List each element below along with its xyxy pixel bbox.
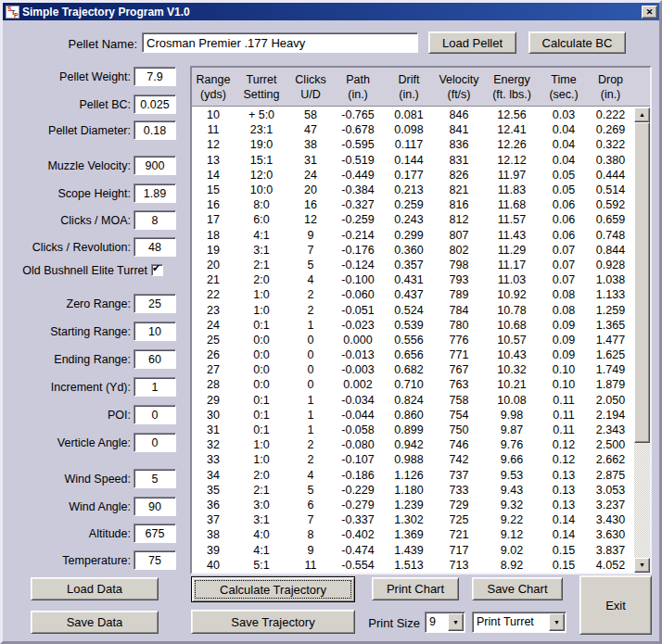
table-cell: 4 [288,469,333,482]
table-cell: 831 [435,154,483,167]
table-row[interactable]: 202:15-0.1240.35779811.170.070.928 [192,258,634,272]
poi-input[interactable] [134,405,176,424]
table-cell: -0.384 [333,183,383,196]
table-cell: 1.126 [383,469,435,482]
table-cell: 12.56 [483,108,541,121]
table-cell: 0.899 [383,423,435,436]
trajectory-table-body[interactable]: 10+ 5:058-0.7650.08184612.560.030.222112… [192,107,634,573]
pellet-bc-input[interactable] [134,95,176,114]
table-row[interactable]: 342:04-0.1861.1267379.530.132.875 [192,468,634,483]
table-row[interactable]: 193:17-0.1760.36080211.290.070.844 [192,243,634,258]
table-row[interactable]: 221:02-0.0600.43778910.920.081.133 [192,287,634,302]
load-pellet-button[interactable]: Load Pellet [428,32,516,54]
table-row[interactable]: 331:02-0.1070.9887429.660.122.662 [192,452,634,467]
table-row[interactable]: 363:06-0.2791.2397299.320.133.237 [192,498,634,512]
scrollbar-thumb[interactable] [634,122,650,443]
exit-button[interactable]: Exit [579,575,652,635]
zero-range-input[interactable] [134,294,176,313]
table-row[interactable]: 384:08-0.4021.3697219.120.143.630 [192,527,634,542]
table-row[interactable]: 212:04-0.1000.43179311.030.071.038 [192,272,634,287]
pellet-name-input[interactable] [142,32,418,53]
column-header: Path(in.) [333,68,383,106]
scroll-up-button[interactable]: ▲ [634,107,650,122]
starting-range-input[interactable] [134,322,176,341]
table-row[interactable]: 290:11-0.0340.82475810.080.112.050 [192,393,634,408]
table-cell: -0.176 [333,244,383,257]
table-cell: 11 [192,123,235,136]
clicks-per-moa-input[interactable] [134,210,176,230]
table-row[interactable]: 270:00-0.0030.68276710.320.101.749 [192,362,634,377]
table-row[interactable]: 405:111-0.5541.5137138.920.154.052 [192,558,634,573]
wind-angle-input[interactable] [134,497,176,516]
table-cell: 0.14 [541,528,587,541]
table-cell: 2.500 [587,438,634,451]
table-cell: 10 [192,108,235,121]
scroll-down-button[interactable]: ▼ [634,558,650,573]
altitude-input[interactable] [134,524,176,543]
table-cell: 0.06 [541,213,587,226]
pellet-bc-label: Pellet BC: [79,98,131,111]
table-cell: 771 [435,348,483,361]
print-chart-button[interactable]: Print Chart [372,577,459,600]
table-row[interactable]: 373:17-0.3371.3027259.220.143.430 [192,512,634,527]
table-row[interactable]: 260:00-0.0130.65677110.430.091.625 [192,347,634,362]
table-row[interactable]: 1315:131-0.5190.14483112.120.040.380 [192,153,634,168]
save-chart-button[interactable]: Save Chart [472,577,563,600]
table-cell: 14 [192,169,235,182]
table-row[interactable]: 250:000.0000.55677610.570.091.477 [192,333,634,347]
table-cell: 0:0 [235,334,288,347]
table-row[interactable]: 184:19-0.2140.29980711.430.060.748 [192,228,634,243]
load-data-button[interactable]: Load Data [31,577,159,600]
table-row[interactable]: 352:15-0.2291.1807339.430.133.053 [192,483,634,498]
table-cell: 836 [435,138,483,151]
pellet-weight-input[interactable] [134,67,176,86]
verticle-angle-input[interactable] [134,433,176,452]
ending-range-input[interactable] [134,349,176,369]
table-cell: 30 [192,409,235,422]
table-scrollbar[interactable]: ▲ ▼ [634,107,650,573]
table-cell: 11.68 [483,198,541,211]
table-cell: 3:1 [235,513,288,526]
save-data-button[interactable]: Save Data [31,611,159,634]
table-cell: 15 [192,183,235,196]
table-row[interactable]: 231:02-0.0510.52478410.780.081.259 [192,302,634,317]
table-cell: 767 [435,363,483,376]
table-row[interactable]: 1123:147-0.6780.09884112.410.040.269 [192,122,634,137]
muzzle-velocity-input[interactable] [134,156,176,175]
table-row[interactable]: 168:016-0.3270.25981611.680.060.592 [192,197,634,212]
table-cell: 2.875 [587,469,634,482]
clicks-per-revolution-input[interactable] [134,237,176,257]
print-size-combo[interactable]: 9 ▼ [425,612,465,633]
temperature-input[interactable] [134,550,176,570]
print-size-dropdown-button[interactable]: ▼ [448,613,464,631]
table-cell: 4:1 [235,229,288,242]
table-row[interactable]: 176:012-0.2590.24381211.570.060.659 [192,212,634,227]
old-bushnell-checkbox[interactable]: ✔ [151,264,163,276]
increment-yd-input[interactable] [134,377,176,397]
print-turret-combo[interactable]: Print Turret ▼ [472,612,567,633]
table-row[interactable]: 280:000.0020.71076310.210.101.879 [192,377,634,392]
table-cell: 0.05 [541,183,587,196]
close-button[interactable]: ✕ [642,6,657,19]
table-cell: + 5:0 [235,108,288,121]
table-row[interactable]: 300:11-0.0440.8607549.980.112.194 [192,408,634,423]
table-row[interactable]: 1219:038-0.5950.11783612.260.040.322 [192,137,634,152]
table-cell: 11.43 [483,229,541,242]
pellet-diameter-input[interactable] [134,120,176,140]
calculate-trajectory-button[interactable]: Calculate Trajectory [191,576,355,602]
wind-speed-input[interactable] [134,469,176,488]
table-row[interactable]: 10+ 5:058-0.7650.08184612.560.030.222 [192,107,634,122]
calculate-trajectory-label: Calculate Trajectory [220,583,326,597]
save-trajectory-button[interactable]: Save Trajectory [191,610,355,634]
table-row[interactable]: 321:02-0.0800.9427469.760.122.500 [192,437,634,452]
table-row[interactable]: 1412:024-0.4490.17782611.970.050.444 [192,168,634,183]
calculate-bc-button[interactable]: Calculate BC [528,32,626,54]
print-turret-dropdown-button[interactable]: ▼ [549,613,565,631]
table-cell: 10.92 [483,288,541,301]
table-cell: 3.053 [587,484,634,497]
table-row[interactable]: 310:11-0.0580.8997509.870.112.343 [192,423,634,437]
table-row[interactable]: 394:19-0.4741.4397179.020.153.837 [192,542,634,557]
table-row[interactable]: 1510:020-0.3840.21382111.830.050.514 [192,183,634,197]
scope-height-input[interactable] [134,183,176,203]
table-row[interactable]: 240:11-0.0230.53978010.680.091.365 [192,318,634,333]
